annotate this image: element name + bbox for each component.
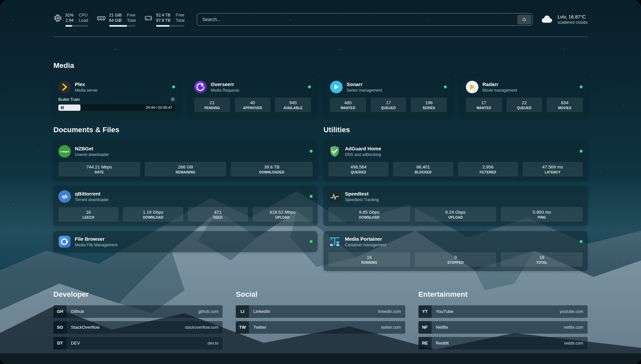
dashboard-screen: 31% 2.94 CPU Load	[0, 0, 641, 364]
stat-series: 196 SERIES	[411, 98, 447, 112]
pause-icon[interactable]	[61, 106, 64, 109]
gear-icon[interactable]	[170, 97, 175, 102]
service-name: Sonarr	[347, 81, 382, 88]
link-dev[interactable]: DT DEV dev.to	[53, 337, 223, 349]
service-subtitle: Media File Management	[75, 243, 117, 247]
stat-pending: 21 PENDING	[194, 98, 230, 112]
portainer-icon	[328, 235, 341, 248]
service-card-overseerr[interactable]: Overseerr Media Requests 21 PENDING 40 A…	[189, 76, 316, 116]
topbar: 31% 2.94 CPU Load	[53, 13, 588, 27]
stat-filtered: 2,956 FILTERED	[458, 162, 518, 176]
service-subtitle: Media server	[75, 88, 98, 93]
memory-stats: 21 GiB 64 GiB Free Total	[109, 13, 136, 27]
service-subtitle: Usenet downloader	[75, 152, 109, 157]
stat-rate: 744.21 Mbps RATE	[58, 162, 140, 176]
stat-blocked: 86,401 BLOCKED	[393, 162, 453, 176]
speedtest-icon	[328, 190, 341, 203]
utilities-column: Utilities AdGuard	[323, 126, 588, 271]
search-input[interactable]	[198, 17, 517, 22]
link-twitter[interactable]: TW Twitter twitter.com	[236, 321, 405, 334]
service-card-radarr[interactable]: Radarr Movie management 17 WANTED 22 QUE…	[461, 76, 588, 116]
netflix-badge-icon: NF	[418, 321, 432, 334]
service-subtitle: Torrent downloader	[75, 197, 109, 202]
memory-total-value: 64 GiB	[109, 18, 122, 23]
service-card-nzbget[interactable]: nzbget NZBGet Usenet downloader 744.21 M…	[53, 141, 318, 181]
media-cards-row: Plex Media server Bullet Train	[53, 76, 588, 116]
stat-upload: 9.24 Gbps UPLOAD	[415, 207, 497, 222]
status-online-dot	[444, 85, 447, 88]
disk-total-value: 97.9 TB	[156, 18, 170, 23]
status-online-dot	[310, 195, 313, 198]
stat-total: 16 TOTAL	[501, 252, 583, 267]
developer-links-column: Developer GH Github github.com SO StackO…	[53, 290, 223, 349]
status-online-dot	[310, 150, 313, 153]
cpu-progress-fill	[65, 25, 72, 27]
social-links-column: Social LI LinkedIn linkedin.com TW Twitt…	[236, 290, 405, 349]
service-name: Radarr	[482, 81, 517, 88]
stat-download: 9.65 Gbps DOWNLOAD	[328, 207, 410, 222]
cpu-load-label: Load	[79, 18, 88, 23]
search-bar[interactable]: G	[197, 13, 533, 26]
hard-disk-icon	[144, 14, 153, 24]
status-online-dot	[580, 150, 583, 153]
cpu-label: CPU	[79, 13, 88, 18]
status-online-dot	[308, 85, 311, 88]
stat-wanted: 485 WANTED	[330, 98, 366, 112]
memory-widget: 21 GiB 64 GiB Free Total	[97, 13, 136, 27]
svg-text:qb: qb	[62, 194, 67, 199]
section-title-entertainment: Entertainment	[418, 290, 588, 299]
plex-icon	[58, 81, 71, 93]
disk-free-label: Free	[176, 13, 184, 18]
link-netflix[interactable]: NF Netflix netflix.com	[418, 321, 588, 334]
service-subtitle: Container management	[345, 243, 386, 247]
service-card-sonarr[interactable]: Sonarr Series management 485 WANTED 17 Q…	[325, 76, 452, 116]
service-name: Plex	[75, 81, 98, 88]
service-name: AdGuard Home	[345, 145, 381, 152]
link-github[interactable]: GH Github github.com	[53, 305, 223, 318]
stat-seed: 471 SEED	[188, 207, 248, 222]
stat-movies: 834 MOVIES	[547, 98, 583, 112]
stat-upload: 618.52 Mbps UPLOAD	[253, 207, 313, 222]
twitter-badge-icon: TW	[236, 321, 249, 334]
adguard-icon	[328, 145, 341, 158]
youtube-badge-icon: YT	[418, 305, 432, 318]
cpu-stats: 31% 2.94 CPU Load	[65, 13, 88, 27]
service-name: qBittorrent	[75, 191, 109, 197]
disk-widget: 52.4 TB 97.9 TB Free Total	[144, 13, 184, 27]
service-card-portainer[interactable]: Media Portainer Container management 16 …	[323, 231, 588, 271]
disk-total-label: Total	[176, 18, 184, 23]
service-card-adguard[interactable]: AdGuard Home DNS and adblocking 498,564 …	[323, 141, 588, 181]
documents-column: Documents & Files nzbget NZBGet Usenet d	[53, 126, 318, 252]
linkedin-badge-icon: LI	[236, 305, 249, 318]
link-reddit[interactable]: RE Reddit reddit.com	[418, 337, 588, 349]
google-search-button[interactable]: G	[517, 15, 531, 24]
service-card-qbittorrent[interactable]: qb qBittorrent Torrent downloader 16 LEE…	[53, 186, 318, 226]
stat-remaining: 266 GB REMAINING	[145, 162, 227, 176]
playback-time: 24:44 / 02:06:47	[146, 106, 175, 109]
link-stackoverflow[interactable]: SO StackOverflow stackoverflow.com	[53, 321, 223, 334]
cpu-widget: 31% 2.94 CPU Load	[53, 13, 88, 27]
nzbget-icon: nzbget	[58, 145, 71, 158]
stat-approved: 40 APPROVED	[235, 98, 271, 112]
memory-total-label: Total	[127, 18, 136, 23]
weather-location-temp: Lviv, 16.87°C	[558, 14, 588, 19]
service-card-filebrowser[interactable]: File Browser Media File Management	[53, 231, 318, 252]
playback-progress-bar[interactable]: 24:44 / 02:06:47	[58, 105, 175, 111]
radarr-icon	[466, 81, 478, 93]
status-online-dot	[580, 240, 583, 243]
section-title-utilities: Utilities	[323, 126, 588, 134]
stat-latency: 47.569 ms LATENCY	[523, 162, 583, 176]
weather-widget: Lviv, 16.87°C scattered clouds	[540, 14, 588, 25]
cloud-icon	[540, 14, 554, 25]
service-name: NZBGet	[75, 145, 109, 152]
stat-running: 16 RUNNING	[328, 252, 410, 267]
memory-icon	[97, 14, 106, 24]
link-youtube[interactable]: YT YouTube youtube.com	[418, 305, 588, 318]
service-card-plex[interactable]: Plex Media server Bullet Train	[53, 76, 180, 116]
memory-progress-fill	[109, 25, 127, 27]
section-title-media: Media	[53, 61, 588, 70]
now-playing-title: Bullet Train	[58, 97, 80, 102]
link-linkedin[interactable]: LI LinkedIn linkedin.com	[236, 305, 405, 318]
section-title-documents: Documents & Files	[53, 126, 318, 134]
service-card-speedtest[interactable]: Speedtest Speedtest Tracking 9.65 Gbps D…	[323, 186, 588, 226]
